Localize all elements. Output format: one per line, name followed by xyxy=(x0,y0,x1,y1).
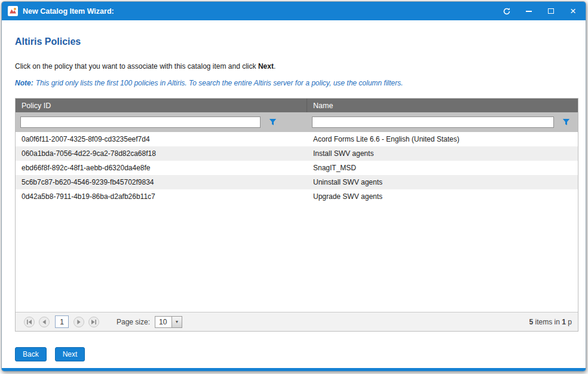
last-page-icon xyxy=(91,319,97,325)
funnel-icon xyxy=(269,118,277,126)
page-size-dropdown[interactable]: 10 ▼ xyxy=(155,316,182,328)
last-page-button[interactable] xyxy=(88,317,99,327)
name-filter-cell xyxy=(307,117,578,128)
policy-id-filter-cell xyxy=(16,117,307,128)
items-summary-middle: items in xyxy=(533,318,562,326)
column-header-policy-id[interactable]: Policy ID xyxy=(16,99,307,112)
cell-name[interactable]: Install SWV agents xyxy=(307,146,578,161)
grid-header: Policy ID Name xyxy=(16,99,578,112)
column-header-policy-id-label: Policy ID xyxy=(22,102,51,110)
column-header-name[interactable]: Name xyxy=(307,99,578,112)
pages-count: 1 xyxy=(562,318,566,326)
cell-name[interactable]: SnagIT_MSD xyxy=(307,161,578,175)
refresh-icon xyxy=(503,7,511,16)
name-filter-button[interactable] xyxy=(559,117,573,128)
close-icon: × xyxy=(570,6,576,16)
policies-grid: Policy ID Name xyxy=(15,98,578,332)
app-icon xyxy=(8,6,18,16)
table-row[interactable]: ebd66f8f-892c-48f1-aebb-d6320da4e8feSnag… xyxy=(16,161,578,175)
table-row[interactable]: 0d42a5b8-7911-4b19-86ba-d2afb26b11c7Upgr… xyxy=(16,189,578,204)
next-page-icon xyxy=(76,319,82,325)
instruction-prefix: Click on the policy that you want to ass… xyxy=(15,62,258,70)
next-page-button[interactable] xyxy=(74,317,84,327)
chevron-down-icon: ▼ xyxy=(172,317,182,327)
column-header-name-label: Name xyxy=(313,102,333,110)
window-bottom-strip xyxy=(2,368,586,371)
table-row[interactable]: 5c6b7c87-b620-4546-9239-fb45702f9834Unin… xyxy=(16,175,578,189)
name-filter-input[interactable] xyxy=(312,117,554,128)
page-size-value: 10 xyxy=(155,317,172,327)
grid-body-table: 0a0f6f11-2007-4325-8f09-cd3235eef7d4Acor… xyxy=(16,132,578,204)
wizard-content: Altiris Policies Click on the policy tha… xyxy=(2,20,586,368)
table-row[interactable]: 060a1bda-7056-4d22-9ca2-78d82ca68f18Inst… xyxy=(16,146,578,161)
cell-policy-id[interactable]: ebd66f8f-892c-48f1-aebb-d6320da4e8fe xyxy=(16,161,307,175)
cell-policy-id[interactable]: 0d42a5b8-7911-4b19-86ba-d2afb26b11c7 xyxy=(16,189,307,204)
policy-id-filter-input[interactable] xyxy=(20,117,261,128)
current-page-box[interactable]: 1 xyxy=(55,315,69,328)
policy-id-filter-button[interactable] xyxy=(265,117,280,128)
funnel-icon xyxy=(562,118,570,126)
instruction-bold: Next xyxy=(258,62,274,70)
cell-name[interactable]: Upgrade SWV agents xyxy=(307,189,578,204)
maximize-icon xyxy=(548,8,554,14)
first-page-icon xyxy=(26,319,32,325)
first-page-button[interactable] xyxy=(24,317,35,327)
filter-row xyxy=(16,112,578,132)
items-summary-suffix: p xyxy=(566,318,572,326)
maximize-button[interactable] xyxy=(544,5,558,17)
minimize-button[interactable] xyxy=(522,5,535,17)
cell-policy-id[interactable]: 5c6b7c87-b620-4546-9239-fb45702f9834 xyxy=(16,175,307,189)
prev-page-icon xyxy=(41,319,47,325)
refresh-button[interactable] xyxy=(500,5,513,17)
instruction-text: Click on the policy that you want to ass… xyxy=(15,62,578,70)
cell-name[interactable]: Acord Forms Lite 6.6 - English (United S… xyxy=(307,132,578,146)
back-button[interactable]: Back xyxy=(15,347,47,361)
pager: 1 Page size: 10 ▼ xyxy=(16,312,578,331)
wizard-window: New Catalog Item Wizard: × Altiris Polic… xyxy=(1,1,586,372)
items-summary: 5 items in 1 p xyxy=(529,318,572,326)
close-button[interactable]: × xyxy=(566,5,580,17)
cell-policy-id[interactable]: 060a1bda-7056-4d22-9ca2-78d82ca68f18 xyxy=(16,146,307,161)
prev-page-button[interactable] xyxy=(39,317,50,327)
page-size-control: Page size: 10 ▼ xyxy=(117,316,182,328)
grid-body: 0a0f6f11-2007-4325-8f09-cd3235eef7d4Acor… xyxy=(16,132,578,312)
page-size-label: Page size: xyxy=(117,318,150,326)
window-controls: × xyxy=(500,5,580,17)
instruction-suffix: . xyxy=(274,62,275,70)
cell-policy-id[interactable]: 0a0f6f11-2007-4325-8f09-cd3235eef7d4 xyxy=(16,132,307,146)
page-title: Altiris Policies xyxy=(15,36,578,47)
window-title: New Catalog Item Wizard: xyxy=(23,7,114,16)
cell-name[interactable]: Uninstall SWV agents xyxy=(307,175,578,189)
next-button[interactable]: Next xyxy=(55,347,85,361)
minimize-icon xyxy=(526,11,532,12)
note-label: Note: xyxy=(15,79,33,87)
note-body: This grid only lists the first 100 polic… xyxy=(36,79,403,87)
titlebar: New Catalog Item Wizard: × xyxy=(2,2,586,20)
table-row[interactable]: 0a0f6f11-2007-4325-8f09-cd3235eef7d4Acor… xyxy=(16,132,578,146)
note-text: Note:This grid only lists the first 100 … xyxy=(15,79,578,87)
footer-buttons: Back Next xyxy=(15,347,578,361)
